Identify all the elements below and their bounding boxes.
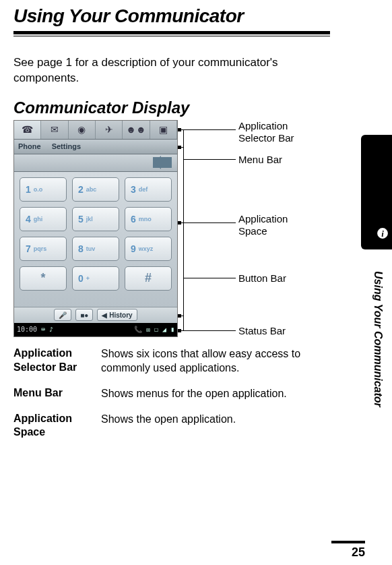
asb-tab-mail-icon: ✉ <box>41 121 68 139</box>
def-desc: Shows menus for the open application. <box>101 386 303 401</box>
application-selector-bar: ☎ ✉ ◉ ✈ ☻☻ ▣ <box>14 121 177 140</box>
section-heading: Communicator Display <box>13 98 365 117</box>
status-signal-icon: ◢ <box>162 326 166 333</box>
status-keyboard-icon: ⌨ <box>41 326 45 333</box>
keypad: 1o.o 2abc 3def 4ghi 5jkl 6mno 7pqrs 8tuv… <box>14 172 177 307</box>
callout-buttonbar: Button Bar <box>238 272 286 285</box>
key-2: 2abc <box>72 177 119 202</box>
status-msg-icon: ☐ <box>154 326 158 333</box>
key-5: 5jkl <box>72 207 119 231</box>
key-4: 4ghi <box>20 207 67 231</box>
page-number: 25 <box>352 545 365 560</box>
callouts: Application Selector Bar Menu Bar Applic… <box>183 120 318 337</box>
callout-menubar: Menu Bar <box>238 154 282 166</box>
communicator-screenshot: ☎ ✉ ◉ ✈ ☻☻ ▣ Phone Settings 1o.o 2abc 3d… <box>13 120 178 337</box>
button-bar: 🎤 ■● ◀ History <box>14 307 177 323</box>
status-battery-icon: ▮ <box>170 326 174 333</box>
key-7: 7pqrs <box>20 237 67 261</box>
table-row: Application Selector Bar Shows six icons… <box>13 347 303 376</box>
toolbar <box>14 154 177 172</box>
menu-item-settings: Settings <box>52 142 81 150</box>
def-term: Menu Bar <box>13 386 101 401</box>
key-6: 6mno <box>125 207 172 231</box>
menu-bar: Phone Settings <box>14 140 177 154</box>
status-bar: 10:00 ⌨ ♪ 📞 ✉ ☐ ◢ ▮ <box>14 323 177 336</box>
phone-icon: i <box>362 201 389 243</box>
definitions-table: Application Selector Bar Shows six icons… <box>13 347 303 440</box>
svg-text:i: i <box>381 229 384 239</box>
page-title: Using Your Communicator <box>13 4 365 31</box>
key-star: * <box>20 266 67 291</box>
table-row: Menu Bar Shows menus for the open applic… <box>13 386 303 401</box>
key-3: 3def <box>125 177 172 202</box>
status-phone-icon: 📞 <box>134 326 142 333</box>
key-hash: # <box>125 266 172 291</box>
callout-asb: Application Selector Bar <box>238 120 313 144</box>
rule-thin <box>13 36 330 36</box>
side-section-label: Using Your Communicator <box>372 271 384 407</box>
key-8: 8tuv <box>72 237 119 261</box>
back-arrow-icon <box>153 157 172 168</box>
asb-tab-box-icon: ▣ <box>150 121 177 139</box>
menu-item-phone: Phone <box>18 142 41 150</box>
table-row: Application Space Shows the open applica… <box>13 412 303 440</box>
bb-video-icon: ■● <box>75 309 93 321</box>
asb-tab-contacts-icon: ☻☻ <box>123 121 150 139</box>
status-mail-icon: ✉ <box>146 326 150 333</box>
rule-thick <box>13 31 330 34</box>
asb-tab-bird-icon: ✈ <box>96 121 123 139</box>
bb-history-button: ◀ History <box>97 309 137 321</box>
asb-tab-globe-icon: ◉ <box>69 121 96 139</box>
callout-appspace: Application Space <box>238 213 306 237</box>
status-bell-icon: ♪ <box>49 326 53 333</box>
key-0: 0+ <box>72 266 119 291</box>
key-1: 1o.o <box>20 177 67 202</box>
intro-text: See page 1 for a description of your com… <box>13 55 323 86</box>
def-term: Application Selector Bar <box>13 347 101 376</box>
key-9: 9wxyz <box>125 237 172 261</box>
status-time: 10:00 <box>17 326 37 333</box>
svg-rect-1 <box>371 209 381 216</box>
asb-tab-phone-icon: ☎ <box>14 121 41 139</box>
bb-mic-icon: 🎤 <box>54 309 71 321</box>
def-desc: Shows six icons that allow easy access t… <box>101 347 303 376</box>
page-rule <box>331 541 365 543</box>
def-term: Application Space <box>13 412 101 440</box>
callout-statusbar: Status Bar <box>238 325 286 337</box>
def-desc: Shows the open application. <box>101 412 303 440</box>
